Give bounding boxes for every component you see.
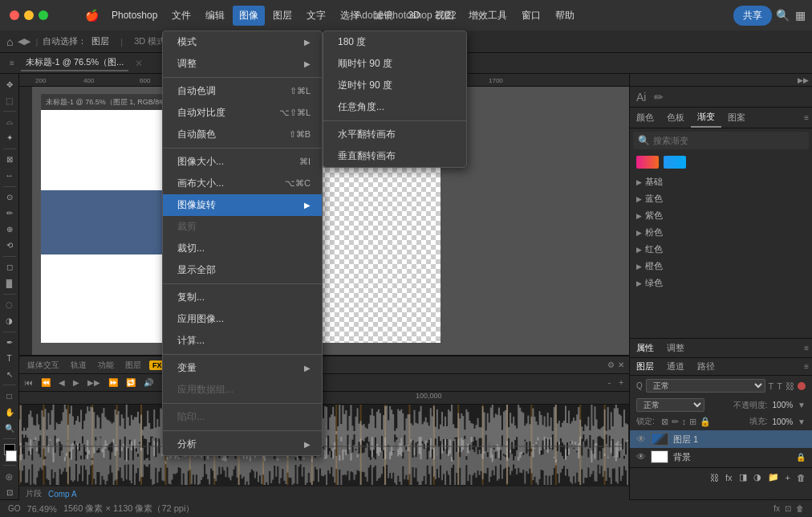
menu-text[interactable]: 文字 (300, 6, 332, 26)
menu-help[interactable]: 帮助 (549, 6, 581, 26)
opacity-dropdown[interactable]: ▼ (798, 401, 806, 409)
fill-dropdown[interactable]: ▼ (798, 417, 806, 426)
lock-icon3[interactable]: ↕ (682, 417, 687, 426)
rotation-submenu[interactable]: 180 度 顺时针 90 度 逆时针 90 度 任意角度... 水平翻转画布 垂… (323, 31, 467, 168)
lock-icon2[interactable]: ✏ (672, 417, 679, 427)
menu-show-all[interactable]: 显示全部 (163, 259, 322, 281)
layer-tab-channels[interactable]: 通道 (660, 358, 691, 375)
rotate-180[interactable]: 180 度 (323, 31, 466, 53)
gradient-tool[interactable]: ▓ (2, 276, 18, 291)
menu-edit[interactable]: 编辑 (199, 6, 231, 26)
menu-auto-color[interactable]: 自动颜色 ⇧⌘B (163, 124, 322, 145)
lock-icon1[interactable]: ⊠ (661, 417, 668, 427)
menu-plugins[interactable]: 增效工具 (462, 6, 514, 26)
apple-icon[interactable]: 🍎 (85, 9, 99, 22)
folder-pink[interactable]: ▶ 粉色 (630, 224, 812, 241)
tl-tab-tracks[interactable]: 功能 (95, 358, 117, 372)
image-menu[interactable]: 模式 ▶ 调整 ▶ 自动色调 ⇧⌘L 自动对比度 ⌥⇧⌘L 自动颜色 ⇧⌘B 图… (162, 31, 323, 456)
menu-apply-data[interactable]: 应用数据组... (163, 379, 322, 401)
lasso-tool[interactable]: ⌓ (2, 115, 18, 129)
text-tool[interactable]: T (2, 351, 18, 365)
panel-collapse-icon[interactable]: ▶▶ (798, 76, 809, 84)
hand-tool[interactable]: ✋ (2, 405, 18, 419)
menu-mode[interactable]: 模式 ▶ (163, 31, 322, 53)
layer-vis-icon[interactable]: 👁 (636, 434, 646, 445)
zoom-tool[interactable]: 🔍 (2, 421, 18, 435)
tl-zoom-out[interactable]: - (606, 377, 613, 388)
menu-calc[interactable]: 计算... (163, 330, 322, 352)
menu-image[interactable]: 图像 (233, 6, 265, 26)
screen-mode-tool[interactable]: ⊡ (2, 485, 18, 499)
menu-duplicate[interactable]: 复制... (163, 287, 322, 308)
tl-tab-keyframes[interactable]: 轨道 (67, 358, 90, 372)
type-select[interactable]: 正常 (646, 379, 765, 393)
prop-menu-icon[interactable]: ≡ (804, 344, 812, 352)
folder-basics[interactable]: ▶ 基础 (630, 173, 812, 190)
folder-blue[interactable]: ▶ 蓝色 (630, 190, 812, 207)
home-icon[interactable]: ⌂ (6, 35, 13, 48)
status-delete-icon[interactable]: 🗑 (796, 504, 804, 513)
tl-tab-file[interactable]: 图层 (122, 358, 144, 372)
nav-arrows[interactable]: ◀▶ (18, 36, 30, 47)
ai-icon[interactable]: Ai (633, 89, 649, 105)
tl-tab-animation[interactable]: 媒体交互 (24, 358, 63, 372)
gradient-search-input[interactable] (653, 136, 804, 145)
panel-icon[interactable]: ▦ (795, 9, 806, 22)
menu-auto-tone[interactable]: 自动色调 ⇧⌘L (163, 80, 322, 102)
tl-next-frame[interactable]: ▶▶ (85, 377, 103, 388)
tab-pattern[interactable]: 图案 (721, 108, 752, 127)
new-layer-icon[interactable]: + (786, 473, 790, 482)
menu-file[interactable]: 文件 (165, 6, 197, 26)
pen-tool[interactable]: ✒ (2, 335, 18, 349)
layer-tab-layers[interactable]: 图层 (630, 358, 660, 375)
brush-tool[interactable]: ✏ (2, 206, 18, 221)
rotate-cw90[interactable]: 顺时针 90 度 (323, 53, 466, 75)
tl-play-btn[interactable]: ⏮ (22, 377, 35, 388)
folder-icon[interactable]: 📁 (768, 472, 779, 482)
rotate-arbitrary[interactable]: 任意角度... (323, 96, 466, 118)
tl-mute-btn[interactable]: 🔊 (141, 377, 156, 388)
shape-tool[interactable]: □ (2, 389, 18, 403)
magic-wand-tool[interactable]: ✦ (2, 131, 18, 145)
tl-prev-frame[interactable]: ◀ (56, 377, 67, 388)
menu-adjust[interactable]: 调整 ▶ (163, 53, 322, 75)
delete-layer-icon[interactable]: 🗑 (797, 473, 806, 482)
move-tool[interactable]: ✥ (2, 77, 18, 92)
folder-orange[interactable]: ▶ 橙色 (630, 258, 812, 275)
tab-gradient[interactable]: 渐变 (691, 108, 721, 128)
lock-icon4[interactable]: ⊞ (689, 417, 696, 427)
quick-mask-tool[interactable]: ◎ (2, 469, 18, 483)
mask-icon[interactable]: ◨ (739, 472, 747, 482)
menu-apply-image[interactable]: 应用图像... (163, 308, 322, 330)
status-panel-icon[interactable]: ⊡ (785, 504, 791, 513)
flip-vertical[interactable]: 垂直翻转画布 (323, 145, 466, 167)
folder-green[interactable]: ▶ 绿色 (630, 275, 812, 291)
tl-close-icon[interactable]: ✕ (618, 360, 624, 369)
tl-loop-btn[interactable]: 🔁 (124, 377, 138, 388)
menu-canvas-size[interactable]: 画布大小... ⌥⌘C (163, 173, 322, 194)
fx-icon[interactable]: fx (725, 473, 733, 482)
tl-play-pause[interactable]: ▶ (71, 377, 82, 388)
tl-settings-icon[interactable]: ⚙ (607, 360, 615, 369)
layer-vis-icon-bg[interactable]: 👁 (636, 451, 646, 462)
tab-color[interactable]: 颜色 (630, 108, 660, 127)
blend-mode-select[interactable]: 正常 (636, 398, 704, 412)
share-button[interactable]: 共享 (733, 6, 772, 26)
tl-next-btn[interactable]: ⏩ (106, 377, 120, 388)
layers-menu-icon[interactable]: ≡ (804, 362, 812, 371)
measure-tool[interactable]: ↔ (2, 169, 18, 183)
crop-tool[interactable]: ⊠ (2, 153, 18, 167)
prop-tab-adjust[interactable]: 调整 (660, 340, 691, 356)
search-icon[interactable]: 🔍 (776, 9, 790, 22)
menu-trap[interactable]: 陷印... (163, 406, 322, 428)
gradient-search-box[interactable]: 🔍 (633, 132, 809, 149)
brush-panel-icon[interactable]: ✏ (651, 89, 667, 105)
document-tab[interactable]: 未标题-1 @ 76.5%（图... (21, 55, 128, 71)
tl-prev-btn[interactable]: ⏪ (39, 377, 53, 388)
blur-tool[interactable]: ◌ (2, 298, 18, 312)
gradient-swatch-1[interactable] (636, 156, 659, 169)
menu-rotate[interactable]: 图像旋转 ▶ (163, 194, 322, 216)
spot-heal-tool[interactable]: ⊙ (2, 190, 18, 205)
prop-tab-properties[interactable]: 属性 (630, 340, 660, 356)
status-go-icon[interactable]: GO (8, 504, 21, 513)
